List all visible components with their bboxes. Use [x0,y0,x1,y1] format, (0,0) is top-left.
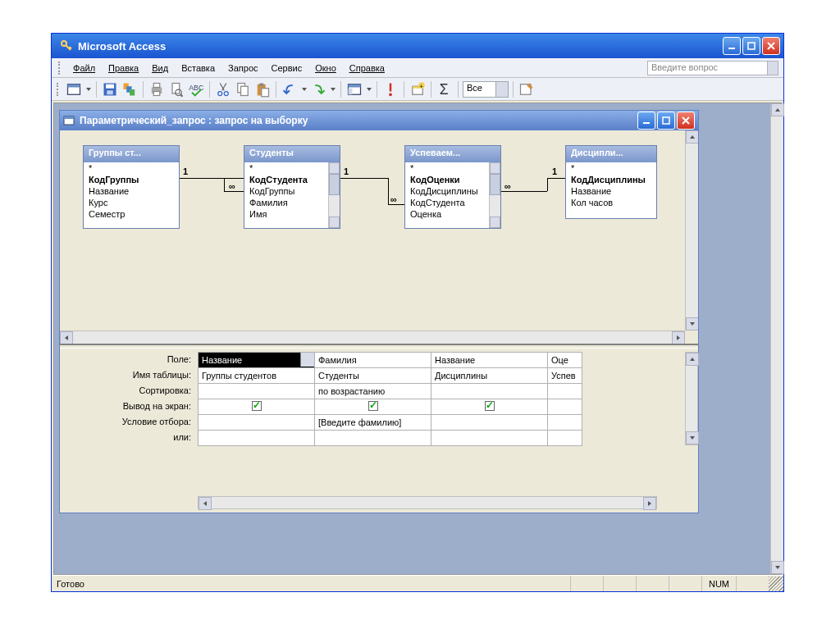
relationship-line[interactable] [340,178,388,179]
show-cell[interactable] [199,399,315,415]
table-scrollbar[interactable] [328,162,340,228]
scroll-up-icon[interactable] [329,162,340,174]
table-progress[interactable]: Успеваем... * КодОценки КодДисциплины Ко… [404,145,501,229]
table-cell[interactable]: Студенты [315,368,431,384]
field[interactable]: КодГруппы [244,185,340,197]
undo-dropdown[interactable] [300,88,308,91]
field-asterisk[interactable]: * [244,162,340,174]
scroll-down-icon[interactable] [490,217,500,228]
scroll-up-icon[interactable] [686,130,698,144]
table-cell[interactable]: Дисциплины [431,368,548,384]
scroll-up-icon[interactable] [771,103,784,116]
scroll-down-icon[interactable] [686,431,699,444]
copy-button[interactable] [234,80,252,98]
field-pk[interactable]: КодСтудента [244,174,340,185]
or-cell[interactable] [315,431,431,446]
scroll-track[interactable] [771,116,783,561]
field[interactable]: Оценка [405,208,500,220]
cut-button[interactable] [214,80,232,98]
print-preview-button[interactable] [167,80,185,98]
table-cell[interactable]: Группы студентов [199,368,315,384]
resize-grip-icon[interactable] [769,577,783,591]
inner-minimize-button[interactable] [637,112,655,130]
scroll-up-icon[interactable] [686,353,699,366]
field[interactable]: Курс [84,197,179,208]
menu-insert[interactable]: Вставка [175,61,221,75]
criteria-cell[interactable] [199,415,315,431]
criteria-cell[interactable] [548,415,582,431]
field[interactable]: Название [84,185,179,197]
titlebar[interactable]: Microsoft Access [52,34,783,58]
redo-dropdown[interactable] [329,88,336,91]
grid-vscrollbar[interactable] [685,352,698,445]
totals-button[interactable]: Σ [436,80,454,98]
table-scrollbar[interactable] [489,162,500,228]
field[interactable]: Название [566,185,656,197]
relationship-line[interactable] [180,178,244,179]
show-cell[interactable] [548,399,582,415]
scroll-track[interactable] [73,331,672,344]
inner-titlebar[interactable]: Параметрический_запрос : запрос на выбор… [60,111,698,130]
grid-hscrollbar[interactable] [198,496,657,509]
view-dropdown[interactable] [84,88,92,91]
undo-button[interactable] [281,80,299,98]
menu-view[interactable]: Вид [145,61,175,75]
diagram-hscrollbar[interactable] [60,330,685,344]
field-cell[interactable]: Название [199,353,315,368]
toolbar-handle[interactable] [58,62,62,75]
menu-file[interactable]: Файл [66,61,102,75]
paste-button[interactable] [253,80,272,98]
run-button[interactable] [381,80,399,98]
spelling-button[interactable]: ABC [187,80,205,98]
scroll-thumb[interactable] [490,174,500,195]
field[interactable]: КодДисциплины [405,185,500,197]
top-values-combo[interactable]: Все [463,81,509,98]
inner-maximize-button[interactable] [657,112,675,130]
table-disciplines[interactable]: Дисципли... * КодДисциплины Название Кол… [565,145,657,219]
scroll-down-icon[interactable] [771,561,784,574]
field-pk[interactable]: КодДисциплины [566,174,656,185]
checkbox-icon[interactable] [485,401,495,411]
menu-query[interactable]: Запрос [221,61,264,75]
diagram-area[interactable]: Группы ст... * КодГруппы Название Курс С… [60,130,698,344]
diagram-vscrollbar[interactable] [685,130,698,330]
table-title[interactable]: Студенты [244,146,340,162]
checkbox-icon[interactable] [252,401,262,411]
scroll-track[interactable] [212,497,643,508]
table-title[interactable]: Успеваем... [405,146,500,162]
show-table-button[interactable]: + [409,80,427,98]
view-button[interactable] [65,80,83,98]
toolbar-handle[interactable] [57,83,60,96]
field-cell[interactable]: Оце [548,353,582,368]
scroll-right-icon[interactable] [643,497,656,510]
show-cell[interactable] [315,399,431,415]
workspace-vscrollbar[interactable] [770,103,783,574]
sort-cell[interactable] [548,384,582,399]
field-pk[interactable]: КодОценки [405,174,500,185]
inner-close-button[interactable] [677,112,695,130]
field[interactable]: Имя [244,208,340,220]
properties-button[interactable] [518,80,536,98]
sort-cell[interactable] [199,384,315,399]
file-search-button[interactable] [121,80,139,98]
or-cell[interactable] [199,431,315,446]
help-question-input[interactable]: Введите вопрос [647,61,778,75]
menu-edit[interactable]: Правка [102,61,145,75]
show-cell[interactable] [431,399,548,415]
table-title[interactable]: Дисципли... [566,146,656,162]
menu-window[interactable]: Окно [308,61,343,75]
field[interactable]: Кол часов [566,197,656,208]
table-cell[interactable]: Успев [548,368,582,384]
maximize-button[interactable] [742,37,760,55]
print-button[interactable] [148,80,166,98]
field-pk[interactable]: КодГруппы [84,174,179,185]
field-asterisk[interactable]: * [84,162,179,174]
scroll-track[interactable] [686,366,697,431]
criteria-cell[interactable] [431,415,548,431]
menu-help[interactable]: Справка [343,61,391,75]
field-cell[interactable]: Фамилия [315,353,431,368]
table-groups[interactable]: Группы ст... * КодГруппы Название Курс С… [83,145,180,229]
field[interactable]: Семестр [84,208,179,220]
scroll-right-icon[interactable] [672,331,685,344]
minimize-button[interactable] [723,37,741,55]
